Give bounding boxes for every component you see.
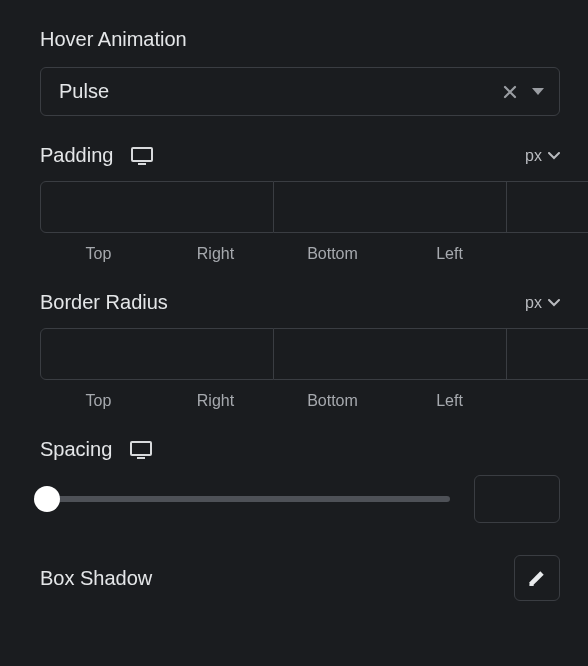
padding-unit-label: px (525, 147, 542, 165)
clear-icon[interactable] (503, 85, 517, 99)
hover-animation-section: Hover Animation Pulse (40, 28, 560, 116)
padding-right-input[interactable] (274, 181, 507, 233)
padding-inputs (40, 181, 560, 233)
svg-rect-1 (138, 163, 146, 165)
padding-bottom-label: Bottom (274, 245, 391, 263)
padding-section: Padding px Top Right Bottom Left (40, 144, 560, 263)
border-radius-unit-label: px (525, 294, 542, 312)
svg-rect-3 (137, 457, 145, 459)
desktop-icon[interactable] (131, 147, 153, 165)
chevron-down-icon (548, 299, 560, 307)
padding-top-input[interactable] (40, 181, 274, 233)
slider-track (40, 496, 450, 502)
chevron-down-icon[interactable] (531, 87, 545, 97)
box-shadow-section: Box Shadow (40, 555, 560, 601)
box-shadow-edit-button[interactable] (514, 555, 560, 601)
border-radius-title: Border Radius (40, 291, 168, 314)
padding-top-label: Top (40, 245, 157, 263)
border-radius-left-label: Left (391, 392, 508, 410)
border-radius-top-label: Top (40, 392, 157, 410)
svg-rect-0 (132, 148, 152, 161)
spacing-value-input[interactable] (474, 475, 560, 523)
pencil-icon (527, 568, 547, 588)
padding-right-label: Right (157, 245, 274, 263)
padding-labels: Top Right Bottom Left (40, 245, 560, 263)
slider-thumb[interactable] (34, 486, 60, 512)
svg-rect-4 (530, 585, 534, 586)
box-shadow-title: Box Shadow (40, 567, 152, 590)
desktop-icon[interactable] (130, 441, 152, 459)
spacing-title: Spacing (40, 438, 112, 461)
border-radius-section: Border Radius px Top Right Bottom Left (40, 291, 560, 410)
svg-rect-2 (131, 442, 151, 455)
border-radius-unit-select[interactable]: px (525, 294, 560, 312)
border-radius-right-label: Right (157, 392, 274, 410)
border-radius-inputs (40, 328, 560, 380)
chevron-down-icon (548, 152, 560, 160)
padding-bottom-input[interactable] (507, 181, 588, 233)
hover-animation-select[interactable]: Pulse (40, 67, 560, 116)
border-radius-top-input[interactable] (40, 328, 274, 380)
border-radius-labels: Top Right Bottom Left (40, 392, 560, 410)
border-radius-bottom-label: Bottom (274, 392, 391, 410)
padding-unit-select[interactable]: px (525, 147, 560, 165)
spacing-section: Spacing (40, 438, 560, 523)
border-radius-bottom-input[interactable] (507, 328, 588, 380)
border-radius-right-input[interactable] (274, 328, 507, 380)
padding-left-label: Left (391, 245, 508, 263)
hover-animation-title: Hover Animation (40, 28, 560, 51)
spacing-slider[interactable] (40, 485, 450, 513)
padding-title: Padding (40, 144, 113, 167)
hover-animation-value: Pulse (59, 80, 109, 103)
